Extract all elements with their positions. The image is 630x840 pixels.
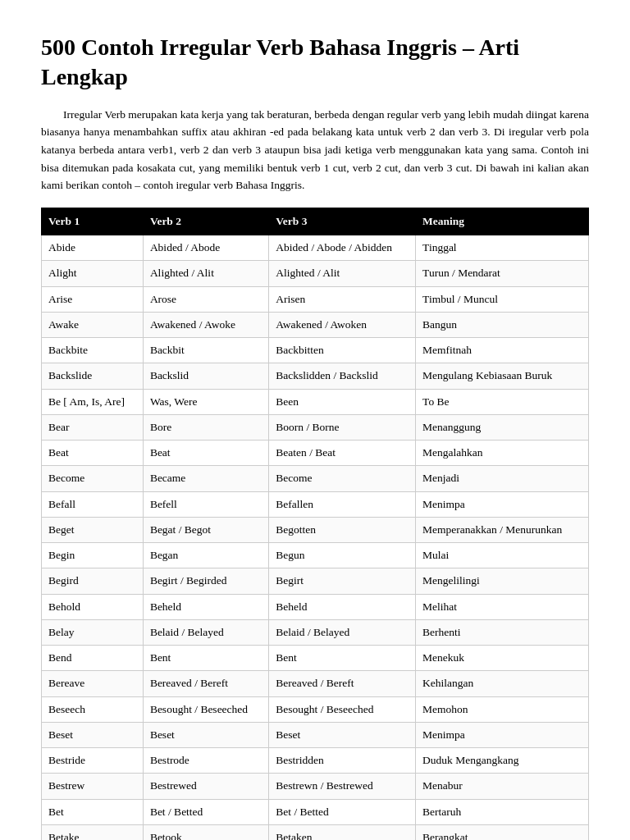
table-row: BecomeBecameBecomeMenjadi [42,466,589,491]
table-cell: Become [42,466,144,491]
table-cell: Bereaved / Bereft [143,671,268,696]
table-cell: Bestride [42,748,144,774]
table-cell: Awakened / Awoke [143,312,268,337]
table-row: BesetBesetBesetMenimpa [42,722,589,747]
table-row: BetBet / BettedBet / BettedBertaruh [42,799,589,824]
table-cell: Backbit [143,338,268,363]
table-cell: Begirt / Begirded [143,568,268,594]
table-cell: Bestridden [269,748,416,774]
table-cell: Beaten / Beat [269,441,416,466]
table-cell: Betaken [269,824,416,840]
table-cell: Tinggal [416,235,589,261]
table-cell: Bear [42,414,144,440]
table-cell: Memohon [416,696,589,722]
table-cell: Besought / Beseeched [143,696,268,722]
table-cell: Menjadi [416,466,589,491]
table-cell: Abide [42,235,144,261]
table-cell: Awake [42,312,144,337]
col-header-meaning: Meaning [416,208,589,235]
table-cell: Menimpa [416,491,589,517]
table-cell: Arisen [269,286,416,312]
table-cell: Berhenti [416,619,589,645]
table-cell: Menabur [416,774,589,799]
table-cell: Menanggung [416,414,589,440]
table-cell: Befell [143,491,268,517]
table-cell: Betake [42,824,144,840]
table-cell: Besought / Beseeched [269,696,416,722]
table-row: BegetBegat / BegotBegottenMemperanakkan … [42,517,589,542]
table-row: Be [ Am, Is, Are]Was, WereBeenTo Be [42,389,589,414]
table-cell: Bangun [416,312,589,337]
table-cell: Mengulang Kebiasaan Buruk [416,363,589,389]
table-cell: Duduk Mengangkang [416,748,589,774]
table-row: BeseechBesought / BeseechedBesought / Be… [42,696,589,722]
table-cell: Menimpa [416,722,589,747]
table-cell: Begun [269,543,416,568]
table-cell: Menekuk [416,646,589,671]
table-row: BeholdBeheldBeheldMelihat [42,594,589,619]
table-cell: Bore [143,414,268,440]
table-cell: Mulai [416,543,589,568]
table-cell: Was, Were [143,389,268,414]
table-cell: Backslid [143,363,268,389]
table-cell: Backslide [42,363,144,389]
table-cell: Befall [42,491,144,517]
table-row: BendBentBentMenekuk [42,646,589,671]
table-row: AbideAbided / AbodeAbided / Abode / Abid… [42,235,589,261]
table-cell: Began [143,543,268,568]
col-header-verb3: Verb 3 [269,208,416,235]
table-row: BestrewBestrewedBestrewn / BestrewedMena… [42,774,589,799]
table-cell: Bestrewed [143,774,268,799]
table-cell: Beset [143,722,268,747]
table-cell: Bereave [42,671,144,696]
table-row: AwakeAwakened / AwokeAwakened / AwokenBa… [42,312,589,337]
table-cell: Timbul / Muncul [416,286,589,312]
table-cell: Mengalahkan [416,441,589,466]
table-cell: Belay [42,619,144,645]
table-cell: Bestrewn / Bestrewed [269,774,416,799]
table-cell: Beat [42,441,144,466]
table-cell: Boorn / Borne [269,414,416,440]
table-cell: Beset [269,722,416,747]
table-cell: Alighted / Alit [143,261,268,286]
table-cell: Awakened / Awoken [269,312,416,337]
table-row: BefallBefellBefallenMenimpa [42,491,589,517]
page-title: 500 Contoh Irregular Verb Bahasa Inggris… [41,33,589,93]
table-row: BackslideBackslidBackslidden / BackslidM… [42,363,589,389]
table-cell: Berangkat [416,824,589,840]
table-cell: To Be [416,389,589,414]
table-row: BegirdBegirt / BegirdedBegirtMengeliling… [42,568,589,594]
table-cell: Backslidden / Backslid [269,363,416,389]
table-row: BestrideBestrodeBestriddenDuduk Mengangk… [42,748,589,774]
table-cell: Begotten [269,517,416,542]
table-cell: Beheld [269,594,416,619]
table-cell: Be [ Am, Is, Are] [42,389,144,414]
table-cell: Bent [143,646,268,671]
table-cell: Belaid / Belayed [269,619,416,645]
table-cell: Backbite [42,338,144,363]
table-cell: Bent [269,646,416,671]
table-cell: Arise [42,286,144,312]
table-cell: Bet [42,799,144,824]
table-cell: Beseech [42,696,144,722]
table-cell: Bereaved / Bereft [269,671,416,696]
table-cell: Abided / Abode [143,235,268,261]
table-row: BereaveBereaved / BereftBereaved / Beref… [42,671,589,696]
table-cell: Beheld [143,594,268,619]
table-row: BackbiteBackbitBackbittenMemfitnah [42,338,589,363]
table-cell: Been [269,389,416,414]
table-row: AriseAroseArisenTimbul / Muncul [42,286,589,312]
table-cell: Bertaruh [416,799,589,824]
table-cell: Bend [42,646,144,671]
table-cell: Memperanakkan / Menurunkan [416,517,589,542]
table-cell: Belaid / Belayed [143,619,268,645]
table-cell: Beat [143,441,268,466]
table-row: BeginBeganBegunMulai [42,543,589,568]
table-cell: Befallen [269,491,416,517]
intro-paragraph: Irregular Verb merupakan kata kerja yang… [41,106,589,194]
table-cell: Bestrew [42,774,144,799]
table-row: BearBoreBoorn / BorneMenanggung [42,414,589,440]
table-cell: Become [269,466,416,491]
table-row: BelayBelaid / BelayedBelaid / BelayedBer… [42,619,589,645]
table-cell: Mengelilingi [416,568,589,594]
